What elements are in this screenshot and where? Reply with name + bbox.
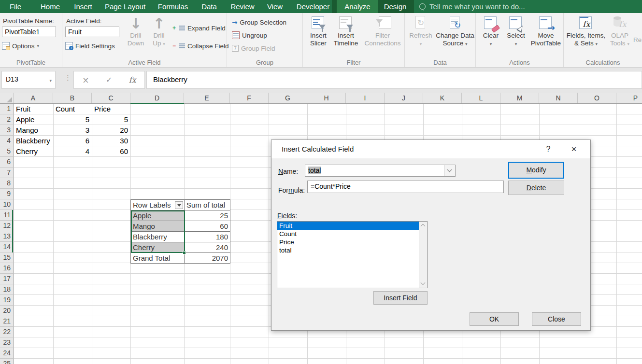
tab-analyze[interactable]: Analyze (337, 0, 378, 13)
select-button[interactable]: Select▾ (504, 15, 528, 48)
row-header-22[interactable]: 22 (0, 327, 14, 337)
column-header-L[interactable]: L (462, 93, 500, 103)
pivot-value-cell[interactable]: 180 (185, 232, 230, 242)
filter-connections-button[interactable]: FilterConnections (362, 15, 403, 47)
refresh-button[interactable]: ↻ Refresh▾ (407, 15, 435, 48)
group-field-button[interactable]: 7 Group Field (232, 43, 275, 54)
drill-up-button[interactable]: ↑ DrillUp ▾ (148, 15, 170, 48)
row-header-13[interactable]: 13 (0, 231, 14, 242)
pivot-value-cell[interactable]: 60 (185, 221, 230, 232)
row-header-19[interactable]: 19 (0, 295, 14, 306)
column-header-D[interactable]: D (130, 93, 184, 103)
scroll-down-icon[interactable] (419, 280, 427, 288)
options-button[interactable]: Options ▾ (2, 41, 39, 51)
clear-button[interactable]: Clear▾ (480, 15, 502, 48)
dialog-titlebar[interactable]: Insert Calculated Field ? × (271, 140, 590, 158)
pivottable-name-input[interactable]: PivotTable1 (2, 27, 56, 37)
cell-A2[interactable]: Apple (14, 114, 53, 125)
row-header-3[interactable]: 3 (0, 125, 14, 136)
row-header-10[interactable]: 10 (0, 199, 14, 210)
column-header-K[interactable]: K (423, 93, 462, 103)
row-header-23[interactable]: 23 (0, 337, 14, 348)
active-field-input[interactable]: Fruit (65, 27, 119, 37)
pivot-label-cell[interactable]: Blackberry (131, 232, 185, 242)
row-header-25[interactable]: 25 (0, 359, 14, 364)
row-header-5[interactable]: 5 (0, 146, 14, 157)
column-header-J[interactable]: J (385, 93, 423, 103)
field-item-count[interactable]: Count (277, 230, 427, 238)
column-header-H[interactable]: H (307, 93, 346, 103)
column-header-E[interactable]: E (184, 93, 230, 103)
formula-input[interactable]: =Count*Price (307, 181, 504, 193)
olap-tools-button[interactable]: fx OLAPTools ▾ (607, 15, 632, 48)
ok-button[interactable]: OK (470, 312, 519, 326)
dialog-close-icon[interactable]: × (564, 140, 584, 158)
insert-slicer-button[interactable]: InsertSlicer (307, 15, 330, 47)
ungroup-button[interactable]: Ungroup (232, 30, 267, 41)
pivot-label-cell[interactable]: Mango (131, 221, 185, 232)
tab-page-layout[interactable]: Page Layout (102, 0, 148, 13)
row-header-21[interactable]: 21 (0, 316, 14, 327)
tab-design[interactable]: Design (378, 0, 412, 13)
pivot-header-sum-of-total[interactable]: Sum of total (185, 200, 230, 210)
row-header-17[interactable]: 17 (0, 274, 14, 284)
name-box-dropdown-icon[interactable]: ▾ (49, 78, 52, 83)
cell-A4[interactable]: Blackberry (14, 136, 53, 146)
row-header-24[interactable]: 24 (0, 348, 14, 359)
column-header-G[interactable]: G (269, 93, 307, 103)
cancel-icon[interactable]: × (82, 75, 89, 85)
expand-field-button[interactable]: + Expand Field (171, 23, 226, 33)
row-header-14[interactable]: 14 (0, 242, 14, 252)
cell-C3[interactable]: 20 (92, 125, 130, 136)
select-all-corner[interactable] (0, 93, 14, 103)
tab-view[interactable]: View (263, 0, 287, 13)
row-header-18[interactable]: 18 (0, 284, 14, 295)
row-labels-filter-dropdown[interactable] (175, 201, 183, 209)
insert-timeline-button[interactable]: InsertTimeline (332, 15, 360, 47)
row-header-16[interactable]: 16 (0, 263, 14, 274)
pivot-value-cell[interactable]: 25 (185, 210, 230, 221)
name-combo-dropdown-button[interactable] (444, 165, 455, 176)
pivot-label-cell[interactable]: Grand Total (131, 253, 185, 264)
relationships-button-truncated[interactable]: Re (633, 36, 642, 43)
tab-formulas[interactable]: Formulas (155, 0, 191, 13)
tab-file[interactable]: File (4, 0, 27, 13)
column-header-M[interactable]: M (500, 93, 539, 103)
row-header-15[interactable]: 15 (0, 252, 14, 263)
modify-button[interactable]: Modify (508, 162, 564, 179)
cell-C5[interactable]: 60 (92, 146, 130, 157)
cell-C2[interactable]: 5 (92, 114, 130, 125)
close-button[interactable]: Close (532, 312, 581, 326)
field-item-fruit[interactable]: Fruit (277, 222, 427, 230)
move-pivottable-button[interactable]: → MovePivotTable (530, 15, 562, 47)
row-header-4[interactable]: 4 (0, 136, 14, 146)
selection-fill-handle[interactable] (183, 251, 186, 254)
insert-field-button[interactable]: Insert Field (373, 291, 428, 305)
formula-bar-drag-handle[interactable]: ⋮ (64, 73, 71, 82)
cell-A1[interactable]: Fruit (14, 104, 53, 114)
cell-B2[interactable]: 5 (53, 114, 92, 125)
tell-me-box[interactable]: Tell me what you want to do... (419, 0, 525, 13)
enter-check-icon[interactable]: ✓ (106, 75, 112, 84)
column-header-B[interactable]: B (53, 93, 92, 103)
delete-button[interactable]: Delete (508, 181, 564, 195)
dialog-help-button[interactable]: ? (539, 140, 558, 158)
row-header-8[interactable]: 8 (0, 178, 14, 189)
cell-C4[interactable]: 30 (92, 136, 130, 146)
cell-B3[interactable]: 3 (53, 125, 92, 136)
change-data-source-button[interactable]: ↻ Change DataSource ▾ (435, 15, 475, 48)
pivot-label-cell[interactable]: Apple (131, 210, 185, 221)
column-header-O[interactable]: O (578, 93, 616, 103)
scroll-up-icon[interactable] (419, 222, 427, 230)
column-header-A[interactable]: A (14, 93, 53, 103)
pivot-label-cell[interactable]: Cherry (131, 242, 185, 253)
cell-C1[interactable]: Price (92, 104, 130, 114)
tab-insert[interactable]: Insert (71, 0, 96, 13)
row-header-12[interactable]: 12 (0, 221, 14, 231)
column-header-F[interactable]: F (230, 93, 269, 103)
row-header-1[interactable]: 1 (0, 104, 14, 114)
name-combobox[interactable]: total (305, 165, 456, 177)
row-header-20[interactable]: 20 (0, 306, 14, 316)
group-selection-button[interactable]: → Group Selection (232, 17, 286, 28)
row-header-9[interactable]: 9 (0, 189, 14, 199)
